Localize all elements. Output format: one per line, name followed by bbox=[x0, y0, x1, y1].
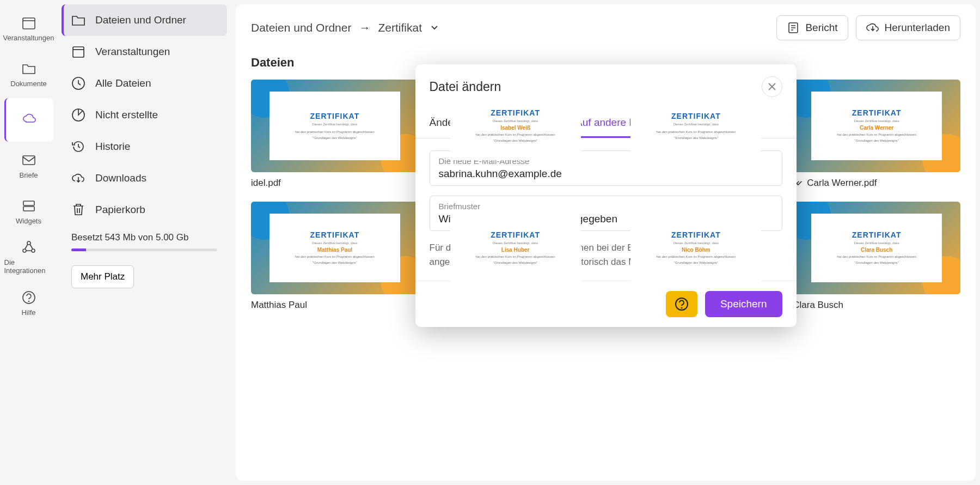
sidebar-item-events[interactable]: Veranstaltungen bbox=[62, 36, 227, 68]
mail-icon bbox=[21, 153, 36, 168]
more-space-button[interactable]: Mehr Platz bbox=[71, 265, 134, 288]
help-icon bbox=[21, 290, 36, 305]
save-button[interactable]: Speichern bbox=[705, 291, 782, 317]
svg-rect-10 bbox=[73, 47, 84, 57]
cloud-icon bbox=[22, 111, 37, 126]
storage-bar bbox=[71, 248, 217, 251]
svg-point-7 bbox=[32, 249, 35, 252]
file-thumbnail: ZERTIFIKATDieses Zertifikat bestätigt, d… bbox=[432, 80, 599, 172]
svg-rect-4 bbox=[23, 207, 34, 211]
piechart-icon bbox=[71, 108, 85, 122]
folder-icon bbox=[21, 61, 36, 76]
help-icon bbox=[675, 297, 689, 311]
nav-letters[interactable]: Briefe bbox=[4, 144, 53, 187]
calendar-icon bbox=[71, 45, 85, 59]
history-icon bbox=[71, 140, 85, 154]
sidebar-item-downloads[interactable]: Downloads bbox=[62, 162, 227, 194]
nav-cloud[interactable] bbox=[4, 98, 53, 142]
nav-help[interactable]: Hilfe bbox=[4, 281, 53, 325]
sidebar: Dateien und Ordner Veranstaltungen Alle … bbox=[57, 0, 231, 485]
nav-integrations[interactable]: Die Integrationen bbox=[4, 235, 53, 279]
svg-rect-3 bbox=[23, 201, 34, 205]
file-thumbnail: ZERTIFIKATDieses Zertifikat bestätigt, d… bbox=[793, 202, 960, 294]
storage-info: Besetzt 543 Mb von 5.00 Gb bbox=[62, 226, 227, 258]
help-button[interactable] bbox=[666, 291, 697, 317]
nav-documents[interactable]: Dokumente bbox=[4, 52, 53, 96]
file-thumbnail: ZERTIFIKATDieses Zertifikat bestätigt, d… bbox=[612, 202, 780, 294]
svg-rect-0 bbox=[23, 18, 35, 29]
nav-widgets[interactable]: Widgets bbox=[4, 190, 53, 233]
email-input[interactable] bbox=[439, 168, 773, 180]
nav-rail: Veranstaltungen Dokumente Briefe Widgets… bbox=[0, 0, 57, 485]
nav-events[interactable]: Veranstaltungen bbox=[4, 7, 53, 50]
close-icon bbox=[768, 82, 776, 91]
share-icon bbox=[21, 240, 36, 255]
file-thumbnail: ZERTIFIKATDieses Zertifikat bestätigt, d… bbox=[432, 202, 599, 294]
sidebar-item-all-files[interactable]: Alle Dateien bbox=[62, 68, 227, 99]
svg-point-23 bbox=[681, 308, 682, 308]
folder-icon bbox=[71, 13, 85, 27]
download-icon bbox=[71, 171, 85, 185]
file-thumbnail: ZERTIFIKATDieses Zertifikat bestätigt, d… bbox=[251, 80, 419, 172]
sidebar-item-not-created[interactable]: Nicht erstellte bbox=[62, 99, 227, 131]
sidebar-item-files-folders[interactable]: Dateien und Ordner bbox=[62, 4, 227, 36]
svg-point-9 bbox=[28, 301, 29, 301]
main-panel: Dateien und Ordner → Zertifikat Bericht … bbox=[236, 4, 976, 481]
file-thumbnail: ZERTIFIKATDieses Zertifikat bestätigt, d… bbox=[251, 202, 419, 294]
sidebar-item-trash[interactable]: Papierkorb bbox=[62, 194, 227, 226]
svg-rect-2 bbox=[23, 156, 35, 165]
clock-icon bbox=[71, 76, 85, 90]
trash-icon bbox=[71, 203, 85, 217]
calendar-icon bbox=[21, 15, 36, 31]
file-thumbnail: ZERTIFIKATDieses Zertifikat bestätigt, d… bbox=[612, 80, 780, 172]
sidebar-item-history[interactable]: Historie bbox=[62, 131, 227, 162]
close-button[interactable] bbox=[762, 76, 782, 97]
svg-point-6 bbox=[23, 249, 26, 252]
server-icon bbox=[21, 198, 36, 214]
file-thumbnail: ZERTIFIKATDieses Zertifikat bestätigt, d… bbox=[793, 80, 960, 172]
